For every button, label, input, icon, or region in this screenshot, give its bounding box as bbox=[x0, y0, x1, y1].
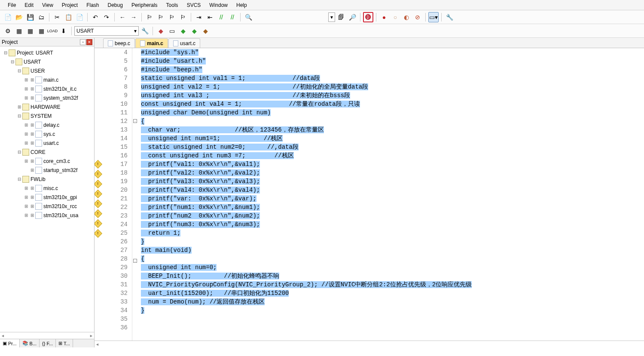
copy-icon[interactable]: 📋 bbox=[63, 12, 73, 22]
new-icon[interactable]: 📄 bbox=[3, 12, 13, 22]
download-icon[interactable]: ⬇ bbox=[58, 26, 69, 36]
code-line[interactable]: const unsigned int val4 = 1; //常量在rodata… bbox=[141, 100, 644, 108]
menu-help[interactable]: Help bbox=[232, 1, 251, 9]
menu-file[interactable]: File bbox=[3, 1, 20, 9]
bookmark-icon[interactable]: 🏳 bbox=[144, 12, 155, 22]
code-line[interactable]: BEEP_Init(); //初始化蜂鸣器不响 bbox=[141, 272, 644, 280]
tree-item[interactable]: ⊞⊞core_cm3.c bbox=[1, 157, 93, 166]
tree-item[interactable]: ⊞⊞stm32f10x_usa bbox=[1, 211, 93, 220]
find-icon[interactable]: 🔍 bbox=[243, 12, 253, 22]
menu-edit[interactable]: Edit bbox=[20, 1, 38, 9]
tree-item[interactable]: ⊞HARDWARE bbox=[1, 102, 93, 111]
code-line[interactable]: static unsigned int val1 = 1; //data段 bbox=[141, 74, 644, 83]
code-line[interactable]: #include "sys.h" bbox=[141, 48, 644, 57]
nav-back-icon[interactable]: ← bbox=[117, 12, 128, 22]
code-line[interactable]: num = Demo(num); //返回值存放在栈区 bbox=[141, 298, 644, 306]
pack-icon[interactable]: ◆ bbox=[189, 26, 199, 36]
save-icon[interactable]: 💾 bbox=[25, 12, 35, 22]
rebuild-icon[interactable]: ▦ bbox=[25, 26, 35, 36]
uncomment-icon[interactable]: // bbox=[227, 12, 238, 22]
warning-icon[interactable]: ! bbox=[95, 190, 102, 198]
warning-icon[interactable]: ! bbox=[95, 170, 102, 178]
window-icon[interactable]: ▭▾ bbox=[428, 12, 439, 22]
menu-window[interactable]: Window bbox=[205, 1, 232, 9]
warning-icon[interactable]: ! bbox=[95, 209, 102, 218]
warning-icon[interactable]: ! bbox=[95, 180, 102, 188]
code-line[interactable]: const unsigned int num3 =7; //栈区 bbox=[141, 151, 644, 160]
code-editor[interactable]: !!!!!!!! 4567891011121314151617181920212… bbox=[95, 48, 644, 341]
menu-flash[interactable]: Flash bbox=[82, 1, 103, 9]
code-line[interactable]: char var; //栈区，123456，存放在常量区 bbox=[141, 126, 644, 134]
code-line[interactable]: { bbox=[141, 255, 644, 263]
code-line[interactable]: } bbox=[141, 306, 644, 315]
code-line[interactable]: unsigned int num1=1; //栈区 bbox=[141, 134, 644, 143]
debug-icon[interactable]: 🅓 bbox=[363, 12, 373, 22]
fold-icon[interactable]: - bbox=[133, 259, 137, 263]
breakpoint-insert-icon[interactable]: ● bbox=[379, 12, 389, 22]
warning-icon[interactable]: ! bbox=[95, 199, 102, 208]
proj-tab[interactable]: {}F... bbox=[40, 339, 56, 347]
configure-icon[interactable]: 🔧 bbox=[444, 12, 455, 22]
proj-tab[interactable]: 📚B... bbox=[20, 339, 40, 347]
unindent-icon[interactable]: ⇤ bbox=[205, 12, 215, 22]
menu-project[interactable]: Project bbox=[58, 1, 82, 9]
code-line[interactable]: return 1; bbox=[141, 229, 644, 237]
menu-svcs[interactable]: SVCS bbox=[183, 1, 205, 9]
warning-icon[interactable]: ! bbox=[95, 229, 102, 238]
tree-item[interactable]: ⊞⊞stm32f10x_rcc bbox=[1, 202, 93, 211]
breakpoint-kill-icon[interactable]: ⊘ bbox=[412, 12, 423, 22]
code-line[interactable]: #include "beep.h" bbox=[141, 65, 644, 74]
manage-rte-icon[interactable]: ◆ bbox=[178, 26, 188, 36]
warning-icon[interactable]: ! bbox=[95, 160, 102, 169]
tree-item[interactable]: ⊟USER bbox=[1, 66, 93, 75]
panel-close-icon[interactable]: ✕ bbox=[86, 39, 92, 45]
file-tab[interactable]: usart.c bbox=[168, 38, 200, 48]
warning-icon[interactable]: ! bbox=[95, 219, 102, 228]
tree-item[interactable]: ⊟CORE bbox=[1, 147, 93, 157]
tree-item[interactable]: ⊞⊞delay.c bbox=[1, 120, 93, 129]
code-line[interactable]: uart_init(115200); //串口初始化为115200 bbox=[141, 289, 644, 298]
bookmark-prev-icon[interactable]: 🏳 bbox=[156, 12, 166, 22]
undo-icon[interactable]: ↶ bbox=[90, 12, 101, 22]
find-combo[interactable]: ▾ bbox=[328, 12, 335, 22]
code-line[interactable]: static unsigned int num2=0; //,data段 bbox=[141, 143, 644, 151]
build-batch-icon[interactable]: ▦ bbox=[36, 26, 46, 36]
nav-fwd-icon[interactable]: → bbox=[128, 12, 139, 22]
tree-item[interactable]: ⊞⊞stm32f10x_gpi bbox=[1, 193, 93, 202]
tree-item[interactable]: ⊞⊞main.c bbox=[1, 75, 93, 84]
code-line[interactable]: unsigned int val3 ; //未初始的在bsss段 bbox=[141, 91, 644, 100]
open-icon[interactable]: 📂 bbox=[14, 12, 24, 22]
code-line[interactable]: int main(void) bbox=[141, 246, 644, 255]
bookmark-next-icon[interactable]: 🏳 bbox=[167, 12, 177, 22]
menu-tools[interactable]: Tools bbox=[162, 1, 183, 9]
menu-peripherals[interactable]: Peripherals bbox=[127, 1, 162, 9]
code-line[interactable]: printf("val4: 0x%x\r\n",&val4); bbox=[141, 186, 644, 194]
redo-icon[interactable]: ↷ bbox=[101, 12, 112, 22]
books-icon[interactable]: ◆ bbox=[200, 26, 211, 36]
build-icon[interactable]: ▦ bbox=[14, 26, 24, 36]
tree-item[interactable]: ⊞⊞stm32f10x_it.c bbox=[1, 84, 93, 93]
tree-item[interactable]: ⊟USART bbox=[1, 57, 93, 66]
file-tab[interactable]: main.c bbox=[135, 38, 168, 48]
tree-item[interactable]: ⊟Project: USART bbox=[1, 48, 93, 57]
code-line[interactable]: printf("num3: 0x%x\r\n",&num3); bbox=[141, 220, 644, 229]
breakpoint-enable-icon[interactable]: ○ bbox=[390, 12, 400, 22]
editor-hscroll[interactable]: ◄ bbox=[95, 341, 644, 347]
panel-pin-icon[interactable]: ▫ bbox=[80, 39, 86, 45]
code-line[interactable]: { bbox=[141, 117, 644, 126]
code-line[interactable]: } bbox=[141, 237, 644, 246]
tree-item[interactable]: ⊞⊞system_stm32f bbox=[1, 93, 93, 102]
tree-item[interactable]: ⊞⊞usart.c bbox=[1, 138, 93, 147]
tree-item[interactable]: ⊞⊞sys.c bbox=[1, 129, 93, 138]
code-line[interactable]: printf("num1: 0x%x\r\n",&num1); bbox=[141, 203, 644, 212]
paste-icon[interactable]: 📄 bbox=[74, 12, 85, 22]
code-line[interactable]: #include "usart.h" bbox=[141, 57, 644, 65]
comment-icon[interactable]: // bbox=[216, 12, 226, 22]
code-line[interactable]: printf("val1: 0x%x\r\n",&val1); bbox=[141, 160, 644, 169]
bookmark-clear-icon[interactable]: 🏳 bbox=[178, 12, 188, 22]
manage-icon[interactable]: ◆ bbox=[156, 26, 166, 36]
proj-tab[interactable]: ⊞T... bbox=[56, 339, 73, 347]
fold-icon[interactable]: - bbox=[133, 119, 137, 123]
breakpoint-disable-icon[interactable]: ◐ bbox=[401, 12, 412, 22]
code-line[interactable] bbox=[141, 315, 644, 323]
